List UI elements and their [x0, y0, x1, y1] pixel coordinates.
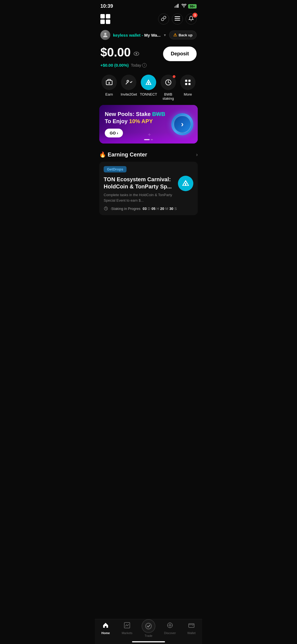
wallet-header: keyless wallet - My Wa... ▾ ⚠ Back up: [100, 30, 197, 40]
bwb-red-dot: [173, 75, 175, 78]
svg-point-9: [136, 53, 137, 55]
earn-icon-wrapper: [101, 75, 117, 90]
header-left: [100, 14, 110, 24]
earning-card-logo: [178, 176, 193, 191]
change-amount: +$0.00 (0.00%): [100, 63, 129, 67]
action-more[interactable]: More: [178, 75, 198, 101]
timer-seconds: 30: [169, 207, 173, 211]
notification-count: 3: [193, 13, 197, 18]
balance-display: $0.00: [100, 45, 139, 59]
header: 3: [95, 11, 202, 28]
invite-icon-wrapper: [121, 75, 136, 90]
earning-card-title: TON Ecosystem Carnival: HoldCoin & TonPa…: [104, 176, 175, 190]
earning-section: 🔥 Earning Center › GetDrops TON Ecosyste…: [95, 147, 202, 217]
svg-point-13: [127, 80, 129, 82]
earning-card-footer: ·Staking in Progres 03 D 05 H 20 M 30 S: [104, 206, 193, 211]
wifi-icon: [182, 4, 186, 9]
earning-card-desc: Complete tasks in the HoldCoin & TonPart…: [104, 192, 175, 203]
wallet-name-group[interactable]: keyless wallet - My Wa... ▾: [100, 30, 166, 40]
wallet-avatar: [100, 30, 110, 40]
earning-center-title: 🔥 Earning Center: [99, 151, 147, 158]
svg-rect-20: [185, 83, 187, 85]
signal-icon: [174, 4, 180, 9]
eye-icon[interactable]: [133, 51, 139, 57]
action-bwb[interactable]: BWB staking: [158, 75, 178, 101]
getdrops-badge: GetDrops: [104, 166, 127, 172]
more-icon-wrapper: [180, 75, 196, 90]
status-bar: 10:39 98+: [95, 0, 202, 11]
svg-rect-6: [175, 20, 180, 21]
svg-rect-24: [185, 183, 186, 186]
notification-button[interactable]: 3: [186, 13, 197, 25]
action-earn[interactable]: Earn: [99, 75, 119, 101]
bwb-icon-wrapper: [161, 75, 176, 90]
balance-change: +$0.00 (0.00%) Today i: [100, 63, 197, 67]
banner-section: + + + New Pools: Stake BWB To Enjoy 10% …: [95, 102, 202, 147]
earning-card-text: TON Ecosystem Carnival: HoldCoin & TonPa…: [104, 176, 175, 203]
wallet-section: keyless wallet - My Wa... ▾ ⚠ Back up $0…: [95, 28, 202, 72]
d-label: D: [148, 207, 150, 211]
tonnect-label: TONNECT: [140, 92, 157, 96]
status-time: 10:39: [100, 3, 113, 9]
earning-center-header: 🔥 Earning Center ›: [99, 151, 198, 158]
banner-coin: ›: [171, 113, 193, 135]
link-button[interactable]: [158, 13, 169, 25]
balance-amount: $0.00: [100, 45, 139, 59]
earning-card-body: TON Ecosystem Carnival: HoldCoin & TonPa…: [104, 176, 193, 203]
earning-card[interactable]: GetDrops TON Ecosystem Carnival: HoldCoi…: [99, 162, 198, 215]
more-label: More: [184, 92, 192, 96]
warning-icon: ⚠: [173, 33, 177, 37]
banner-indicator: [144, 139, 153, 140]
svg-rect-5: [175, 18, 180, 19]
indicator-inactive: [151, 139, 153, 140]
action-tonnect[interactable]: TONNECT: [139, 75, 158, 101]
svg-rect-4: [175, 16, 180, 17]
timer-hours: 05: [152, 207, 155, 211]
today-label: Today i: [131, 63, 147, 67]
chevron-down-icon: ▾: [164, 33, 166, 37]
svg-point-7: [104, 33, 106, 35]
svg-rect-18: [185, 80, 187, 82]
s-label: S: [174, 207, 177, 211]
m-label: M: [165, 207, 168, 211]
earning-center-chevron[interactable]: ›: [196, 152, 198, 158]
timer-minutes: 20: [160, 207, 164, 211]
svg-rect-21: [188, 83, 191, 85]
action-invite[interactable]: Invite2Get: [119, 75, 139, 101]
svg-rect-0: [174, 6, 175, 8]
info-icon[interactable]: i: [142, 63, 147, 67]
invite-label: Invite2Get: [121, 92, 137, 96]
apps-icon[interactable]: [100, 14, 110, 24]
wallet-label: keyless wallet - My Wa...: [113, 33, 161, 37]
status-icons: 98+: [174, 4, 197, 9]
promo-banner[interactable]: + + + New Pools: Stake BWB To Enjoy 10% …: [99, 105, 198, 144]
quick-actions: Earn Invite2Get TONNECT: [95, 72, 202, 102]
battery-badge: 98+: [188, 4, 197, 9]
timer-days: 03: [143, 207, 147, 211]
svg-rect-19: [188, 80, 191, 82]
link-icon: [161, 16, 166, 23]
staking-progress: ·Staking in Progres: [110, 207, 141, 211]
svg-rect-1: [175, 6, 176, 8]
menu-icon: [175, 16, 180, 22]
svg-rect-3: [178, 4, 178, 8]
svg-rect-2: [177, 5, 177, 8]
svg-rect-16: [148, 82, 149, 85]
tonnect-icon-wrapper: [141, 75, 156, 90]
bwb-label: BWB staking: [158, 92, 178, 101]
banner-go-button[interactable]: GO ›: [105, 129, 123, 137]
timer-values: 03 D 05 H 20 M 30 S: [143, 207, 177, 211]
indicator-active: [144, 139, 150, 140]
balance-row: $0.00 Deposit: [100, 45, 197, 61]
menu-button[interactable]: [172, 13, 183, 25]
h-label: H: [156, 207, 159, 211]
earn-label: Earn: [105, 92, 113, 96]
deposit-button[interactable]: Deposit: [163, 47, 197, 61]
backup-button[interactable]: ⚠ Back up: [169, 31, 197, 39]
header-right: 3: [158, 13, 197, 25]
